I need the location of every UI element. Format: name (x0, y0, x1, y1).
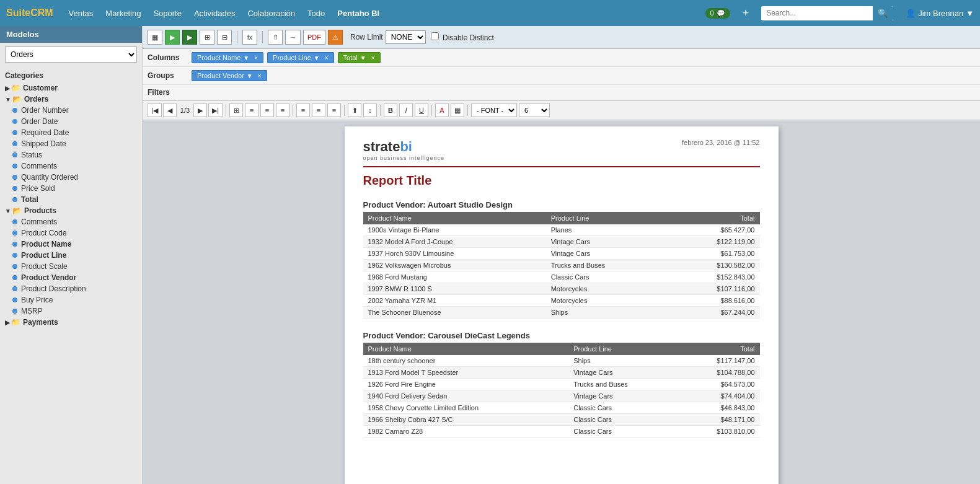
nav-colaboracion[interactable]: Colaboración (247, 9, 295, 18)
toolbar-btn-play-dark[interactable]: ▶ (182, 30, 197, 45)
indent-right-button[interactable]: ≡ (312, 103, 325, 117)
tag-remove-icon[interactable]: × (371, 55, 375, 61)
tree-shipped-date[interactable]: Shipped Date (0, 138, 142, 149)
indent-left-button[interactable]: ≡ (296, 103, 310, 117)
tag-remove-icon[interactable]: × (325, 55, 329, 61)
dot-icon (12, 152, 17, 157)
font-color-button[interactable]: A (435, 103, 449, 117)
italic-button[interactable]: I (399, 103, 413, 117)
table-cell: $104.788,00 (678, 367, 760, 379)
table-row: 1968 Ford MustangClassic Cars$152.843,00 (363, 271, 760, 283)
group-tag-product-vendor[interactable]: Product Vendor ▼ × (192, 70, 267, 81)
dot-icon (12, 175, 17, 180)
format-separator-6 (467, 105, 468, 116)
search-input[interactable] (761, 6, 873, 20)
table-cell: $64.573,00 (678, 379, 760, 390)
toolbar-btn-table[interactable]: ⊞ (200, 30, 214, 45)
toolbar-btn-grid[interactable]: ▦ (148, 30, 162, 45)
tree-products[interactable]: ▼ 📂 Products (0, 205, 142, 216)
align-left-button[interactable]: ≡ (245, 103, 258, 117)
nav-marketing[interactable]: Marketing (105, 9, 141, 18)
content-area: ▦ ▶ ▶ ⊞ ⊟ fx ⇑ → PDF ⚠ Row Limit NONE Di… (143, 26, 980, 484)
font-size-select[interactable]: 6 (519, 103, 550, 117)
table-cell: 1932 Model A Ford J-Coupe (363, 236, 546, 248)
table-cell: Trucks and Buses (546, 260, 669, 271)
tree-payments[interactable]: ▶ 📁 Payments (0, 317, 142, 328)
bg-color-button[interactable]: ▦ (451, 103, 464, 117)
toolbar-btn-arrow[interactable]: → (285, 30, 301, 45)
model-select[interactable]: Orders (5, 46, 137, 63)
tree-product-name[interactable]: Product Name (0, 239, 142, 250)
font-select[interactable]: - FONT - (471, 103, 517, 117)
toolbar-btn-layout[interactable]: ⊟ (217, 30, 232, 45)
align-right-button[interactable]: ≡ (276, 103, 289, 117)
tree-product-description[interactable]: Product Description (0, 283, 142, 294)
tree-customer[interactable]: ▶ 📁 Customer (0, 82, 142, 94)
tree-product-code[interactable]: Product Code (0, 227, 142, 239)
dot-icon (12, 108, 17, 113)
column-tag-product-line[interactable]: Product Line ▼ × (267, 52, 334, 63)
notification-badge[interactable]: 0 💬 (705, 8, 730, 19)
table-cell: 2002 Yamaha YZR M1 (363, 295, 546, 307)
column-tag-product-name[interactable]: Product Name ▼ × (192, 52, 263, 63)
format-toolbar: |◀ ◀ 1/3 ▶ ▶| ⊞ ≡ ≡ ≡ ≡ ≡ ≡ ⬆ ↕ B I U (143, 101, 980, 120)
user-menu[interactable]: 👤 Jim Brennan ▼ (906, 9, 974, 18)
tree-product-line[interactable]: Product Line (0, 250, 142, 261)
align-center-button[interactable]: ≡ (260, 103, 274, 117)
toolbar-btn-pdf[interactable]: PDF (303, 30, 325, 45)
tree-product-vendor[interactable]: Product Vendor (0, 272, 142, 283)
add-button[interactable]: + (743, 7, 749, 20)
tree-msrp[interactable]: MSRP (0, 306, 142, 317)
tree-orders[interactable]: ▼ 📂 Orders (0, 94, 142, 105)
tree-order-date[interactable]: Order Date (0, 116, 142, 127)
toolbar-btn-warning[interactable]: ⚠ (328, 30, 343, 45)
nav-actividades[interactable]: Actividades (194, 9, 235, 18)
row-limit-select[interactable]: NONE (386, 30, 426, 44)
toolbar-btn-formula[interactable]: fx (242, 30, 257, 45)
tree-comments-orders[interactable]: Comments (0, 161, 142, 172)
tree-price-sold[interactable]: Price Sold (0, 183, 142, 194)
tree-comments-products[interactable]: Comments (0, 216, 142, 227)
tree-quantity-ordered[interactable]: Quantity Ordered (0, 172, 142, 183)
disable-distinct-checkbox[interactable] (431, 32, 439, 40)
tree-total[interactable]: Total (0, 194, 142, 205)
app-logo[interactable]: SuiteCRM (6, 7, 53, 19)
page-last-button[interactable]: ▶| (208, 103, 223, 117)
nav-pentaho-bi[interactable]: Pentaho BI (337, 9, 379, 18)
nav-todo[interactable]: Todo (307, 9, 325, 18)
format-separator-2 (293, 105, 293, 116)
disable-distinct-label[interactable]: Disable Distinct (431, 32, 494, 42)
tree-required-date[interactable]: Required Date (0, 127, 142, 138)
search-button[interactable]: 🔍 (873, 6, 893, 20)
vendor-title-2: Product Vendor: Carousel DieCast Legends (363, 331, 760, 340)
page-prev-button[interactable]: ◀ (163, 103, 177, 117)
table-cell: Vintage Cars (568, 367, 678, 379)
tree-order-number[interactable]: Order Number (0, 105, 142, 116)
align-grid-button[interactable]: ⊞ (229, 103, 243, 117)
page-first-button[interactable]: |◀ (148, 103, 162, 117)
tree-buy-price[interactable]: Buy Price (0, 294, 142, 306)
columns-label: Columns (148, 53, 188, 62)
tree-arrow-customer: ▶ (5, 85, 10, 92)
toolbar-btn-play-green[interactable]: ▶ (165, 30, 180, 45)
bold-button[interactable]: B (384, 103, 397, 117)
nav-soporte[interactable]: Soporte (153, 9, 182, 18)
underline-button[interactable]: U (415, 103, 428, 117)
dot-icon (12, 164, 17, 169)
toolbar-btn-export[interactable]: ⇑ (268, 30, 283, 45)
indent-more-button[interactable]: ≡ (327, 103, 341, 117)
column-tag-total[interactable]: Total ▼ × (338, 52, 381, 63)
tag-remove-icon[interactable]: × (258, 73, 262, 79)
table-cell: Vintage Cars (546, 248, 669, 260)
tree-product-scale[interactable]: Product Scale (0, 261, 142, 272)
tag-remove-icon[interactable]: × (254, 55, 258, 61)
top-nav: SuiteCRM Ventas Marketing Soporte Activi… (0, 0, 980, 26)
table-row: 1997 BMW R 1100 SMotorcycles$107.116,00 (363, 283, 760, 295)
valign-mid-button[interactable]: ↕ (363, 103, 377, 117)
valign-top-button[interactable]: ⬆ (348, 103, 361, 117)
dot-icon (12, 242, 17, 247)
nav-ventas[interactable]: Ventas (69, 9, 94, 18)
tree-status[interactable]: Status (0, 149, 142, 161)
page-next-button[interactable]: ▶ (193, 103, 207, 117)
logo-crm: CRM (30, 7, 53, 18)
